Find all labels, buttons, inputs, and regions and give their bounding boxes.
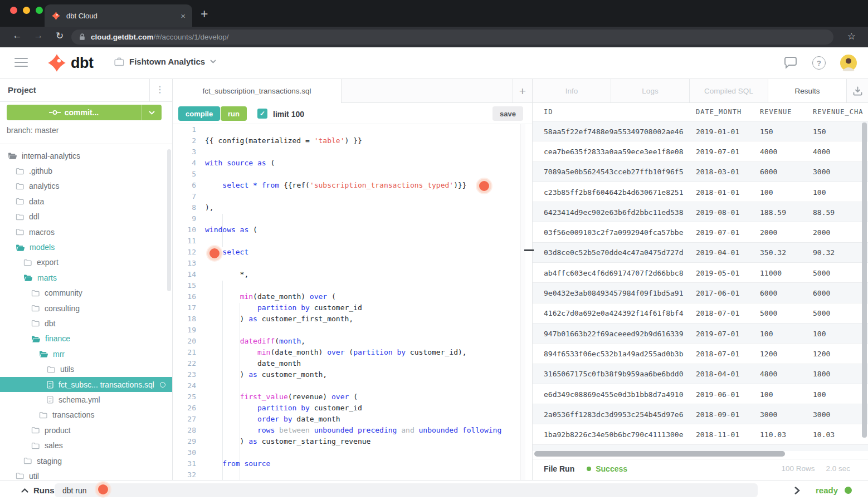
hamburger-menu-button[interactable] xyxy=(14,58,28,70)
tree-item-transactions[interactable]: transactions xyxy=(0,408,172,423)
tree-item-util[interactable]: util xyxy=(0,468,172,480)
tree-item-label: community xyxy=(45,288,82,297)
tree-item-macros[interactable]: macros xyxy=(0,224,172,239)
results-vscrollbar[interactable] xyxy=(862,122,867,438)
zoom-window-button[interactable] xyxy=(36,7,43,14)
tab-compiled-sql[interactable]: Compiled SQL xyxy=(690,79,768,102)
tab-info[interactable]: Info xyxy=(533,79,611,102)
overflow-menu-button[interactable]: ⋮ xyxy=(155,84,164,95)
table-cell: 1200 xyxy=(760,349,777,357)
file-icon xyxy=(47,396,53,404)
branch-label: branch: master xyxy=(7,126,58,135)
tree-item-staging[interactable]: staging xyxy=(0,453,172,468)
org-switcher[interactable]: Fishtown Analytics xyxy=(114,57,216,66)
panel-resize-handle[interactable] xyxy=(524,249,534,251)
tree-item-product[interactable]: product xyxy=(0,423,172,438)
sidebar-scrollbar[interactable] xyxy=(167,149,171,291)
code-text: first_value(revenue) over ( xyxy=(205,391,358,403)
tree-item-label: internal-analytics xyxy=(22,151,80,160)
tree-item-analytics[interactable]: analytics xyxy=(0,179,172,194)
table-cell: 03d8ce0c52b5e70dde4c47a0475d727d xyxy=(544,248,683,257)
tree-item-label: export xyxy=(37,258,58,267)
close-window-button[interactable] xyxy=(10,7,17,14)
commit-button[interactable]: commit... xyxy=(7,105,162,120)
editor-scrollbar[interactable] xyxy=(520,124,525,480)
reload-button[interactable]: ↻ xyxy=(52,30,67,42)
compile-button[interactable]: compile xyxy=(178,106,220,121)
editor-tab[interactable]: fct_subscription_transactions.sql xyxy=(173,79,342,103)
commit-dropdown-button[interactable] xyxy=(141,105,162,120)
table-row: cea7be635f2833a0aa59ece3ee1f8e082019-07-… xyxy=(533,141,868,161)
table-cell: 2018-04-01 xyxy=(696,370,739,378)
table-cell: 4000 xyxy=(813,147,830,155)
tree-item-consulting[interactable]: consulting xyxy=(0,301,172,316)
tree-item-export[interactable]: export xyxy=(0,255,172,270)
editor-new-tab-button[interactable]: + xyxy=(513,79,532,103)
new-tab-button[interactable]: + xyxy=(201,7,208,22)
avatar[interactable] xyxy=(840,55,857,71)
table-cell: 2019-07-01 xyxy=(696,329,739,337)
results-hscrollbar[interactable] xyxy=(534,451,785,457)
limit-checkbox[interactable]: ✓ xyxy=(257,109,267,119)
table-cell: 2018-07-01 xyxy=(696,349,739,357)
command-input[interactable]: dbt run xyxy=(55,483,758,497)
tree-item-label: staging xyxy=(37,457,62,465)
tree-item-utils[interactable]: utils xyxy=(0,361,172,376)
folder-icon xyxy=(23,457,32,464)
address-bar[interactable]: cloud.getdbt.com/#/accounts/1/develop/ xyxy=(71,30,833,45)
line-number: 3 xyxy=(173,146,205,158)
code-line: 17 partition by customer_id xyxy=(173,302,521,313)
browser-tab-title: dbt Cloud xyxy=(66,12,181,20)
download-results-button[interactable] xyxy=(847,79,868,102)
runs-toggle[interactable]: Runs xyxy=(33,486,55,495)
table-cell: 2019-04-01 xyxy=(696,248,739,257)
table-row: ab4ffc603ec4f6d69174707f2d66bbc82019-05-… xyxy=(533,263,868,283)
tree-item-mrr[interactable]: mrr xyxy=(0,346,172,361)
run-button[interactable]: run xyxy=(221,106,247,121)
row-count: 100 Rows xyxy=(781,464,815,473)
tree-item-ddl[interactable]: ddl xyxy=(0,209,172,224)
table-cell: 4000 xyxy=(760,147,777,155)
tree-item-marts[interactable]: marts xyxy=(0,270,172,285)
line-number: 8 xyxy=(173,202,205,213)
tree-item-github[interactable]: .github xyxy=(0,163,172,178)
code-text: from source xyxy=(205,458,270,469)
table-cell: 6423414d9ec902e63b6fd2bbc11ed538 xyxy=(544,208,683,216)
tree-item-data[interactable]: data xyxy=(0,194,172,209)
command-submit-icon[interactable] xyxy=(794,487,800,494)
tree-item-internal-analytics[interactable]: internal-analytics xyxy=(0,148,172,163)
commit-button-label: commit... xyxy=(65,108,99,117)
code-editor[interactable]: 12{{ config(materialized = 'table') }}34… xyxy=(173,124,521,480)
tree-item-models[interactable]: models xyxy=(0,239,172,254)
tab-logs[interactable]: Logs xyxy=(611,79,690,102)
folder-icon xyxy=(31,290,40,297)
bookmark-star-icon[interactable]: ☆ xyxy=(847,31,856,42)
success-dot-icon xyxy=(587,467,591,471)
tab-results[interactable]: Results xyxy=(768,79,847,102)
browser-tab[interactable]: dbt Cloud × xyxy=(45,4,192,27)
help-icon[interactable]: ? xyxy=(812,56,826,70)
tab-close-icon[interactable]: × xyxy=(181,12,186,20)
tree-item-fct-subsc-transactions-sql[interactable]: fct_subsc... transactions.sql xyxy=(0,377,172,392)
back-button[interactable]: ← xyxy=(10,30,25,41)
line-number: 23 xyxy=(173,369,205,380)
table-cell: 1800 xyxy=(813,370,830,378)
line-number: 17 xyxy=(173,302,205,313)
forward-button[interactable]: → xyxy=(31,30,46,41)
table-cell: 7089a5e0b5624543cceb27ffb10f96f5 xyxy=(544,168,683,176)
tree-item-dbt[interactable]: dbt xyxy=(0,316,172,331)
feedback-chat-icon[interactable] xyxy=(783,57,798,70)
minimize-window-button[interactable] xyxy=(23,7,30,14)
tree-item-community[interactable]: community xyxy=(0,286,172,301)
code-line: 20 datediff(month, xyxy=(173,336,521,347)
folder-icon xyxy=(16,472,24,479)
table-cell: 3000 xyxy=(760,410,777,418)
table-cell: 188.59 xyxy=(760,208,786,216)
save-button[interactable]: save xyxy=(492,106,523,121)
code-text: ), xyxy=(205,202,214,213)
table-cell: 4800 xyxy=(760,370,777,378)
tree-item-finance[interactable]: finance xyxy=(0,331,172,346)
tree-item-schema-yml[interactable]: schema.yml xyxy=(0,392,172,407)
tree-item-label: transactions xyxy=(52,410,94,419)
tree-item-sales[interactable]: sales xyxy=(0,438,172,453)
